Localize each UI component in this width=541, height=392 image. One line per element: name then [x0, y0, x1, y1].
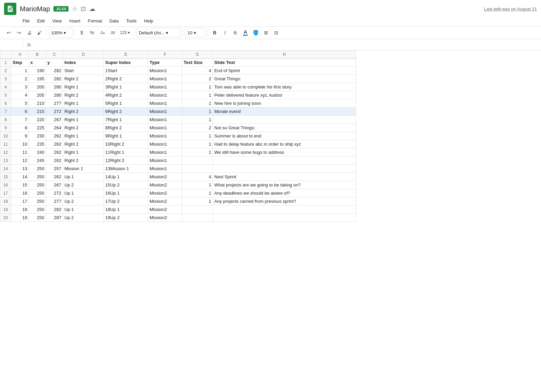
cell-C4[interactable]: 280 [46, 83, 63, 91]
cell-H11[interactable]: Had to delay feature abc in order to shi… [213, 140, 356, 148]
row-16-header[interactable]: 16 [0, 181, 11, 189]
cell-D10[interactable]: Right 1 [63, 132, 104, 140]
cell-F20[interactable]: Mission2 [148, 214, 182, 222]
cell-C18[interactable]: 277 [46, 197, 63, 206]
cell-G16[interactable]: 1 [182, 181, 213, 189]
cell-E11[interactable]: 10Right 2 [104, 140, 148, 148]
print-button[interactable]: 🖨 [25, 28, 34, 37]
cell-G13[interactable] [182, 157, 213, 165]
cell-H16[interactable]: What projects are we going to be taking … [213, 181, 356, 189]
cell-E17[interactable]: 16Up 1 [104, 189, 148, 197]
cell-B4[interactable]: 200 [29, 83, 46, 91]
cell-F1[interactable]: Type [148, 59, 182, 67]
cell-A7[interactable]: 6 [11, 108, 29, 116]
cell-F10[interactable]: Mission1 [148, 132, 182, 140]
cell-B9[interactable]: 225 [29, 124, 46, 132]
cell-F17[interactable]: Mission2 [148, 189, 182, 197]
menu-tools[interactable]: Tools [123, 17, 140, 25]
merge-button[interactable]: ⊟ [272, 28, 281, 37]
cell-H4[interactable]: Tom was able to complete his first story [213, 83, 356, 91]
cell-ref-input[interactable]: J7 [3, 42, 23, 48]
undo-button[interactable]: ↩ [4, 28, 14, 37]
cell-B16[interactable]: 250 [29, 181, 46, 189]
row-7-header[interactable]: 7 [0, 108, 11, 116]
cell-H10[interactable]: Summer is about to end [213, 132, 356, 140]
cell-C10[interactable]: 262 [46, 132, 63, 140]
cell-G6[interactable]: 1 [182, 99, 213, 108]
cell-D7[interactable]: Right 2 [63, 108, 104, 116]
cell-F6[interactable]: Mission1 [148, 99, 182, 108]
number-format-button[interactable]: 123 ▾ [118, 28, 132, 37]
row-11-header[interactable]: 11 [0, 140, 11, 148]
cell-D11[interactable]: Right 2 [63, 140, 104, 148]
cell-D18[interactable]: Up 2 [63, 197, 104, 206]
row-13-header[interactable]: 13 [0, 157, 11, 165]
row-15-header[interactable]: 15 [0, 173, 11, 181]
cell-H1[interactable]: Slide Text [213, 59, 356, 67]
cell-G18[interactable]: 1 [182, 197, 213, 206]
cell-E13[interactable]: 12Right 2 [104, 157, 148, 165]
menu-edit[interactable]: Edit [34, 17, 48, 25]
font-select[interactable]: Default (Ari... ▾ [136, 28, 181, 37]
row-17-header[interactable]: 17 [0, 189, 11, 197]
cell-D1[interactable]: Index [63, 59, 104, 67]
cell-E15[interactable]: 14Up 1 [104, 173, 148, 181]
cell-F4[interactable]: Mission1 [148, 83, 182, 91]
cell-F9[interactable]: Mission1 [148, 124, 182, 132]
cell-A2[interactable]: 1 [11, 67, 29, 75]
cell-C14[interactable]: 257 [46, 165, 63, 173]
cell-A16[interactable]: 15 [11, 181, 29, 189]
cell-G12[interactable]: 1 [182, 148, 213, 157]
cell-A9[interactable]: 8 [11, 124, 29, 132]
menu-file[interactable]: File [19, 17, 33, 25]
cell-G20[interactable] [182, 214, 213, 222]
cell-E3[interactable]: 2Right 2 [104, 75, 148, 83]
row-19-header[interactable]: 19 [0, 206, 11, 214]
cell-D5[interactable]: Right 2 [63, 91, 104, 99]
cell-C17[interactable]: 272 [46, 189, 63, 197]
cell-G15[interactable]: 4 [182, 173, 213, 181]
cell-H8[interactable] [213, 116, 356, 124]
col-F-header[interactable]: F [148, 51, 182, 59]
cell-A17[interactable]: 16 [11, 189, 29, 197]
cell-B1[interactable]: x [29, 59, 46, 67]
cell-A3[interactable]: 2 [11, 75, 29, 83]
cloud-icon[interactable]: ☁ [89, 5, 95, 13]
cell-E12[interactable]: 11Right 1 [104, 148, 148, 157]
cell-C13[interactable]: 262 [46, 157, 63, 165]
currency-button[interactable]: $ [77, 28, 87, 37]
cell-B6[interactable]: 210 [29, 99, 46, 108]
cell-C3[interactable]: 282 [46, 75, 63, 83]
cell-E4[interactable]: 3Right 1 [104, 83, 148, 91]
col-E-header[interactable]: E [104, 51, 148, 59]
font-color-button[interactable]: A [241, 28, 250, 37]
cell-G14[interactable] [182, 165, 213, 173]
cell-A15[interactable]: 14 [11, 173, 29, 181]
folder-icon[interactable]: ⊡ [81, 5, 86, 13]
col-B-header[interactable]: B [29, 51, 46, 59]
cell-E2[interactable]: 1Start [104, 67, 148, 75]
cell-H7[interactable]: Morale event! [213, 108, 356, 116]
row-10-header[interactable]: 10 [0, 132, 11, 140]
cell-F14[interactable]: Mission1 [148, 165, 182, 173]
cell-B8[interactable]: 220 [29, 116, 46, 124]
cell-C8[interactable]: 267 [46, 116, 63, 124]
menu-help[interactable]: Help [141, 17, 157, 25]
cell-F3[interactable]: Mission1 [148, 75, 182, 83]
cell-C5[interactable]: 280 [46, 91, 63, 99]
cell-E20[interactable]: 19Up 2 [104, 214, 148, 222]
cell-G2[interactable]: 4 [182, 67, 213, 75]
cell-G1[interactable]: Text Size [182, 59, 213, 67]
cell-D8[interactable]: Right 1 [63, 116, 104, 124]
italic-button[interactable]: I [220, 28, 230, 37]
cell-H20[interactable] [213, 214, 356, 222]
row-20-header[interactable]: 20 [0, 214, 11, 222]
cell-G19[interactable] [182, 206, 213, 214]
cell-D9[interactable]: Right 2 [63, 124, 104, 132]
cell-B15[interactable]: 250 [29, 173, 46, 181]
cell-C20[interactable]: 287 [46, 214, 63, 222]
cell-A19[interactable]: 18 [11, 206, 29, 214]
cell-B5[interactable]: 205 [29, 91, 46, 99]
cell-G5[interactable]: 1 [182, 91, 213, 99]
cell-H17[interactable]: Any deadlines we should be aware of? [213, 189, 356, 197]
